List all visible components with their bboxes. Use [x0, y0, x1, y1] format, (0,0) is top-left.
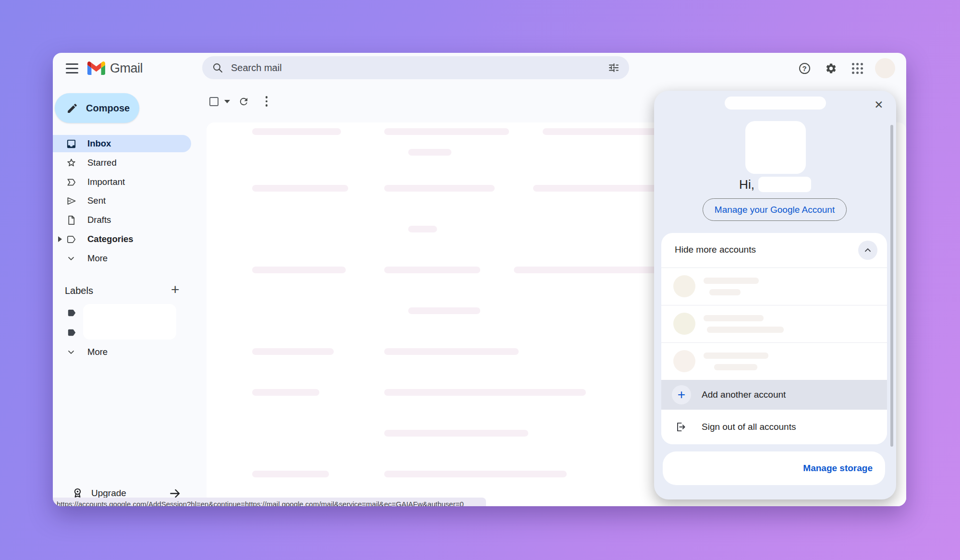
gmail-window: Gmail Search mail ? [53, 53, 906, 506]
gear-icon [825, 62, 837, 74]
greeting-row: Hi, [654, 177, 896, 192]
collapse-accounts-button[interactable] [858, 241, 877, 260]
main-menu-icon[interactable] [62, 60, 82, 77]
labels-section-header: Labels + [53, 284, 191, 299]
expand-triangle-icon[interactable] [58, 236, 62, 242]
refresh-icon [238, 96, 249, 107]
compose-label: Compose [86, 103, 130, 114]
account-menu-popup: ✕ Hi, Manage your Google Account Hide mo… [654, 91, 896, 499]
accounts-card: Hide more accounts [661, 233, 887, 444]
hide-more-accounts-toggle[interactable]: Hide more accounts [661, 233, 887, 268]
create-label-button[interactable]: + [171, 281, 180, 298]
pencil-icon [66, 102, 78, 114]
gmail-m-icon [87, 61, 105, 75]
sign-out-all-button[interactable]: Sign out of all accounts [661, 410, 887, 444]
account-row[interactable] [661, 268, 887, 305]
search-options-icon[interactable] [608, 62, 620, 73]
sign-out-icon [675, 421, 687, 435]
support-button[interactable]: ? [795, 59, 814, 78]
select-all-checkbox[interactable] [209, 97, 219, 106]
inbox-icon [65, 138, 77, 149]
account-row[interactable] [661, 305, 887, 342]
plus-icon: + [672, 385, 691, 404]
storage-card: Manage storage [663, 451, 885, 485]
add-another-account-button[interactable]: + Add another account [661, 380, 887, 410]
important-marker-icon [65, 176, 77, 188]
upgrade-label: Upgrade [91, 488, 126, 499]
sidebar-item-starred[interactable]: Starred [53, 154, 191, 171]
chevron-down-icon [65, 253, 77, 264]
sidebar-item-inbox[interactable]: Inbox [53, 135, 191, 152]
compose-button[interactable]: Compose [55, 93, 139, 123]
label-tag-icon [66, 327, 77, 340]
status-bar: https://accounts.google.com/AddSession?h… [53, 498, 486, 506]
account-avatar-blur[interactable] [745, 121, 806, 174]
status-url: https://accounts.google.com/AddSession?h… [57, 500, 481, 506]
sidebar-item-categories[interactable]: Categories [53, 231, 191, 248]
sidebar-item-more[interactable]: More [53, 250, 191, 267]
labels-redaction-blur [83, 304, 176, 340]
manage-storage-link[interactable]: Manage storage [803, 463, 873, 474]
apps-grid-icon [852, 63, 863, 74]
profile-avatar[interactable] [875, 58, 895, 78]
search-input[interactable]: Search mail [202, 56, 629, 79]
refresh-button[interactable] [234, 94, 253, 109]
label-tag-icon [66, 307, 77, 320]
search-placeholder: Search mail [231, 62, 608, 73]
help-icon: ? [799, 63, 810, 74]
chevron-down-icon [65, 346, 77, 358]
popup-scrollbar[interactable] [890, 125, 893, 447]
google-apps-button[interactable] [848, 59, 867, 78]
send-icon [65, 195, 77, 207]
more-options-button[interactable] [257, 94, 276, 109]
gmail-wordmark: Gmail [110, 61, 143, 76]
settings-button[interactable] [821, 59, 840, 78]
search-icon[interactable] [212, 62, 223, 73]
vertical-dots-icon [266, 96, 268, 107]
select-dropdown-icon[interactable] [224, 100, 230, 103]
account-name-blur [758, 177, 811, 192]
gmail-logo: Gmail [87, 59, 143, 77]
labels-title: Labels [65, 285, 93, 296]
account-row[interactable] [661, 343, 887, 380]
category-tag-icon [65, 233, 77, 245]
sidebar-item-important[interactable]: Important [53, 173, 191, 191]
draft-file-icon [65, 214, 77, 226]
sidebar-item-drafts[interactable]: Drafts [53, 211, 191, 229]
list-toolbar [209, 94, 276, 109]
account-email-blur [725, 97, 826, 110]
close-icon: ✕ [874, 98, 883, 111]
sidebar-item-sent[interactable]: Sent [53, 192, 191, 209]
sidebar-labels-more[interactable]: More [53, 343, 191, 361]
close-popup-button[interactable]: ✕ [871, 97, 887, 112]
manage-google-account-button[interactable]: Manage your Google Account [703, 198, 847, 221]
star-icon [65, 157, 77, 169]
chevron-up-icon [863, 245, 873, 255]
greeting-text: Hi, [739, 177, 754, 192]
